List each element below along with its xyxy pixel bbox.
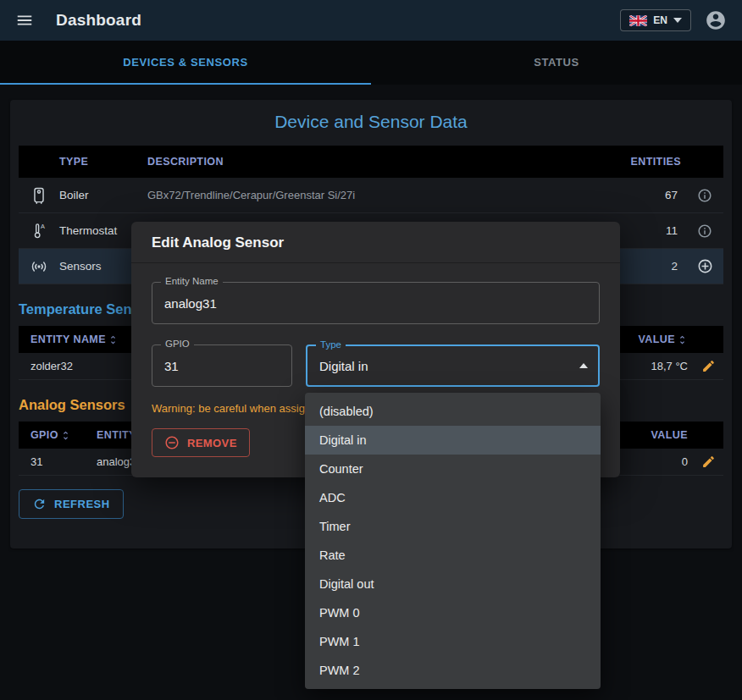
- app-title: Dashboard: [56, 11, 141, 30]
- refresh-label: REFRESH: [54, 498, 110, 510]
- screen: Dashboard EN DE: [0, 0, 742, 700]
- boiler-icon: [19, 186, 59, 205]
- edit-pencil-icon[interactable]: [693, 455, 723, 469]
- col-entities: ENTITIES: [601, 156, 686, 168]
- gpio-value: 31: [164, 359, 179, 373]
- uk-flag-icon: [629, 15, 647, 26]
- hamburger-icon: [15, 11, 34, 30]
- col-type: TYPE: [59, 156, 147, 168]
- type-value: Digital in: [319, 359, 368, 373]
- tab-devices-sensors-label: DEVICES & SENSORS: [123, 56, 247, 69]
- thermostat-icon: A: [19, 222, 59, 240]
- add-circle-icon[interactable]: [686, 258, 723, 274]
- gpio-label: GPIO: [161, 339, 194, 349]
- device-type: Boiler: [59, 189, 147, 201]
- sort-icon: [677, 334, 688, 345]
- remove-label: REMOVE: [187, 437, 237, 449]
- col-description: DESCRIPTION: [147, 156, 601, 168]
- menu-item-counter[interactable]: Counter: [305, 455, 601, 483]
- tab-devices-sensors[interactable]: DEVICES & SENSORS: [0, 41, 371, 85]
- type-menu: (disabled) Digital in Counter ADC Timer …: [305, 393, 601, 689]
- menu-item-disabled[interactable]: (disabled): [305, 397, 601, 426]
- menu-item-digital-out[interactable]: Digital out: [305, 570, 601, 598]
- chevron-up-icon: [579, 363, 588, 368]
- svg-text:A: A: [41, 222, 45, 229]
- refresh-icon: [32, 497, 47, 511]
- tab-status[interactable]: STATUS: [371, 41, 742, 85]
- account-button[interactable]: [701, 6, 730, 35]
- menu-item-adc[interactable]: ADC: [305, 483, 601, 512]
- remove-circle-icon: [164, 435, 180, 450]
- tab-bar: DEVICES & SENSORS STATUS: [0, 41, 742, 85]
- entity-name-value: analog31: [164, 296, 217, 311]
- edit-pencil-icon[interactable]: [693, 359, 723, 373]
- menu-item-pwm0[interactable]: PWM 0: [305, 598, 601, 627]
- language-selector[interactable]: EN: [620, 9, 691, 31]
- devices-table-header: TYPE DESCRIPTION ENTITIES: [19, 146, 723, 178]
- device-entities: 67: [601, 189, 686, 201]
- menu-button[interactable]: [12, 8, 37, 33]
- device-description: GBx72/Trendline/Cerapur/Greenstar Si/27i: [147, 189, 601, 201]
- remove-button[interactable]: REMOVE: [152, 428, 250, 457]
- menu-item-timer[interactable]: Timer: [305, 512, 601, 541]
- col-gpio-sort[interactable]: GPIO: [19, 429, 97, 441]
- sensors-icon: [19, 257, 59, 276]
- sort-icon: [108, 334, 119, 345]
- sort-icon: [60, 430, 71, 441]
- type-label: Type: [316, 339, 346, 350]
- sensor-gpio: 31: [19, 455, 97, 468]
- menu-item-digital-in[interactable]: Digital in: [305, 426, 601, 455]
- refresh-button[interactable]: REFRESH: [19, 489, 124, 519]
- app-bar: Dashboard EN: [0, 0, 742, 41]
- entity-name-label: Entity Name: [161, 276, 223, 286]
- language-label: EN: [653, 14, 667, 26]
- account-circle-icon: [705, 9, 727, 31]
- menu-item-rate[interactable]: Rate: [305, 541, 601, 570]
- menu-item-pwm2[interactable]: PWM 2: [305, 656, 601, 685]
- menu-item-pwm1[interactable]: PWM 1: [305, 627, 601, 656]
- type-select[interactable]: Type Digital in: [306, 344, 600, 387]
- page-title: Device and Sensor Data: [10, 112, 732, 132]
- dialog-title: Edit Analog Sensor: [131, 222, 620, 263]
- gpio-field[interactable]: GPIO 31: [152, 344, 292, 387]
- table-row-boiler[interactable]: Boiler GBx72/Trendline/Cerapur/Greenstar…: [19, 178, 723, 213]
- caret-down-icon: [673, 18, 682, 23]
- tab-status-label: STATUS: [534, 56, 579, 69]
- info-icon[interactable]: [686, 188, 723, 203]
- info-icon[interactable]: [686, 223, 723, 239]
- entity-name-field[interactable]: Entity Name analog31: [152, 282, 600, 324]
- field-row: GPIO 31 Type Digital in: [152, 344, 600, 387]
